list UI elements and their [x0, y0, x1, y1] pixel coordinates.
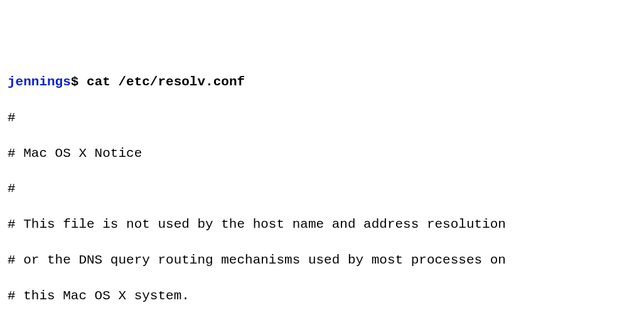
file-output-line: #	[8, 109, 636, 127]
prompt-user: jennings	[8, 75, 71, 89]
file-output-line: #	[8, 180, 636, 198]
file-output-line: # or the DNS query routing mechanisms us…	[8, 252, 636, 269]
prompt-symbol: $	[71, 75, 79, 89]
command-1: cat /etc/resolv.conf	[87, 75, 245, 89]
file-output-line: # Mac OS X Notice	[8, 145, 636, 163]
file-output-line: # This file is not used by the host name…	[8, 216, 636, 233]
file-output-line: # this Mac OS X system.	[8, 287, 636, 305]
prompt-line-1: jennings$ cat /etc/resolv.conf	[8, 73, 636, 91]
